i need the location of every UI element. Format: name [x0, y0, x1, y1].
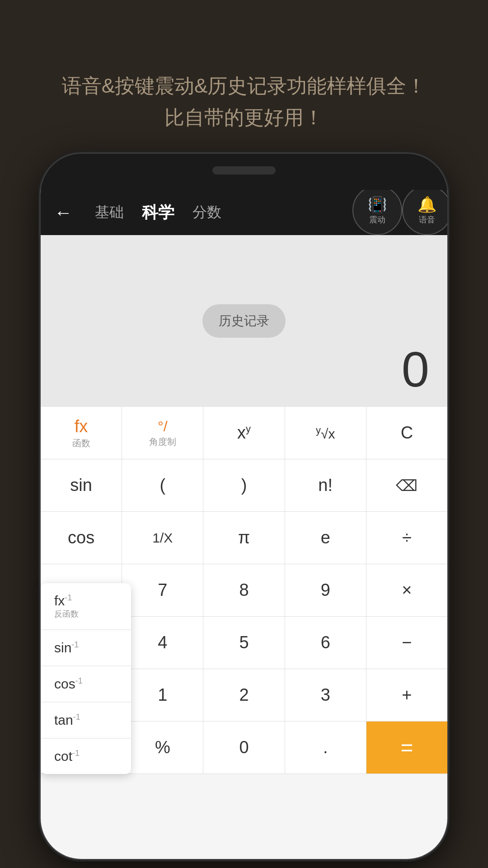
- key-4[interactable]: 4: [122, 617, 203, 669]
- key-fx-sub: 函数: [72, 437, 90, 449]
- key-backspace-main: ⌫: [396, 476, 418, 495]
- header-line2: 比自带的更好用！: [27, 102, 461, 133]
- key-dot[interactable]: .: [285, 722, 366, 774]
- tab-fraction[interactable]: 分数: [192, 203, 221, 222]
- key-8[interactable]: 8: [203, 564, 285, 616]
- key-0[interactable]: 0: [203, 722, 285, 774]
- key-row-2: cos 1/X π e ÷: [41, 512, 447, 564]
- key-7[interactable]: 7: [122, 564, 203, 616]
- popup-item-tan-label: tan-1: [54, 712, 80, 727]
- top-nav: ← 基础 科学 分数 📳 震动 🔔 语音: [41, 190, 447, 235]
- key-percent[interactable]: %: [122, 722, 203, 774]
- key-close-paren-main: ): [241, 476, 247, 495]
- key-0-main: 0: [239, 738, 249, 757]
- back-button[interactable]: ←: [54, 203, 81, 223]
- key-minus[interactable]: −: [366, 617, 447, 669]
- key-pi[interactable]: π: [203, 512, 285, 564]
- key-angle-sub: 角度制: [149, 436, 176, 448]
- key-2-main: 2: [239, 685, 249, 705]
- history-button[interactable]: 历史记录: [202, 304, 286, 338]
- phone-speaker: [212, 166, 276, 175]
- key-clear-main: C: [401, 423, 413, 443]
- key-root[interactable]: y√x: [285, 407, 366, 459]
- key-factorial[interactable]: n!: [285, 459, 366, 511]
- key-1[interactable]: 1: [122, 669, 203, 721]
- key-minus-main: −: [402, 633, 412, 652]
- key-pow[interactable]: xy: [203, 407, 285, 459]
- popup-item-sin-inv[interactable]: sin-1: [41, 630, 131, 666]
- key-backspace[interactable]: ⌫: [366, 459, 447, 511]
- key-reciprocal[interactable]: 1/X: [122, 512, 203, 564]
- key-row-1: sin ( ) n! ⌫: [41, 459, 447, 512]
- key-sin-main: sin: [70, 476, 92, 495]
- key-cos[interactable]: cos: [41, 512, 122, 564]
- header-section: 语音&按键震动&历史记录功能样样俱全！ 比自带的更好用！: [0, 0, 488, 134]
- key-factorial-main: n!: [318, 476, 333, 495]
- key-4-main: 4: [158, 633, 167, 652]
- key-clear[interactable]: C: [366, 407, 447, 459]
- key-9[interactable]: 9: [285, 564, 366, 616]
- key-pi-main: π: [238, 528, 250, 547]
- key-close-paren[interactable]: ): [203, 459, 285, 511]
- key-angle[interactable]: °/ 角度制: [122, 407, 203, 459]
- popup-item-cot-inv[interactable]: cot-1: [41, 739, 131, 774]
- popup-item-fx-label: fx-1: [54, 593, 72, 608]
- popup-menu: fx-1 反函数 sin-1 cos-1 tan-1 cot-1: [41, 583, 131, 774]
- key-open-paren-main: (: [160, 476, 165, 495]
- popup-item-cot-label: cot-1: [54, 749, 80, 764]
- key-equals[interactable]: =: [366, 722, 447, 774]
- key-divide[interactable]: ÷: [366, 512, 447, 564]
- voice-button[interactable]: 🔔 语音: [402, 190, 447, 235]
- key-9-main: 9: [321, 580, 330, 600]
- popup-item-fx-sublabel: 反函数: [54, 609, 117, 619]
- voice-label: 语音: [419, 214, 435, 225]
- tab-basic[interactable]: 基础: [95, 203, 124, 222]
- popup-arrow: [130, 752, 131, 765]
- voice-icon: 🔔: [418, 195, 436, 213]
- vibrate-button[interactable]: 📳 震动: [352, 190, 402, 235]
- key-3[interactable]: 3: [285, 669, 366, 721]
- vibrate-icon: 📳: [368, 195, 387, 213]
- key-6-main: 6: [321, 633, 330, 652]
- key-divide-main: ÷: [402, 528, 412, 547]
- key-2[interactable]: 2: [203, 669, 285, 721]
- key-fx-main: fx: [75, 417, 88, 436]
- key-7-main: 7: [158, 580, 167, 600]
- key-e[interactable]: e: [285, 512, 366, 564]
- key-1-main: 1: [158, 685, 167, 705]
- key-pow-main: xy: [237, 423, 251, 443]
- key-5[interactable]: 5: [203, 617, 285, 669]
- nav-tabs: 基础 科学 分数: [95, 202, 221, 224]
- vibrate-label: 震动: [369, 214, 385, 225]
- key-3-main: 3: [321, 685, 330, 705]
- key-8-main: 8: [239, 580, 249, 600]
- key-row-0: fx 函数 °/ 角度制 xy y√x C: [41, 407, 447, 459]
- key-sin[interactable]: sin: [41, 459, 122, 511]
- key-e-main: e: [321, 528, 330, 547]
- popup-item-fx-inv[interactable]: fx-1 反函数: [41, 583, 131, 630]
- popup-item-tan-inv[interactable]: tan-1: [41, 703, 131, 738]
- key-multiply-main: ×: [402, 580, 412, 600]
- tab-science[interactable]: 科学: [142, 202, 174, 224]
- key-reciprocal-main: 1/X: [152, 530, 173, 546]
- popup-item-cos-label: cos-1: [54, 676, 83, 691]
- top-controls: 📳 震动 🔔 语音: [352, 190, 447, 235]
- key-6[interactable]: 6: [285, 617, 366, 669]
- popup-item-cos-inv[interactable]: cos-1: [41, 666, 131, 702]
- key-plus[interactable]: +: [366, 669, 447, 721]
- display-value: 0: [402, 340, 429, 398]
- key-percent-main: %: [155, 738, 170, 757]
- key-fx[interactable]: fx 函数: [41, 407, 122, 459]
- key-dot-main: .: [323, 738, 328, 757]
- key-root-main: y√x: [316, 425, 335, 442]
- key-5-main: 5: [239, 633, 249, 652]
- key-open-paren[interactable]: (: [122, 459, 203, 511]
- key-cos-main: cos: [68, 528, 94, 547]
- key-angle-main: °/: [158, 418, 168, 435]
- key-equals-main: =: [400, 735, 413, 760]
- header-line1: 语音&按键震动&历史记录功能样样俱全！: [27, 70, 461, 102]
- popup-item-sin-label: sin-1: [54, 640, 79, 655]
- key-plus-main: +: [402, 685, 412, 705]
- key-multiply[interactable]: ×: [366, 564, 447, 616]
- display-area: 历史记录 0: [41, 235, 447, 407]
